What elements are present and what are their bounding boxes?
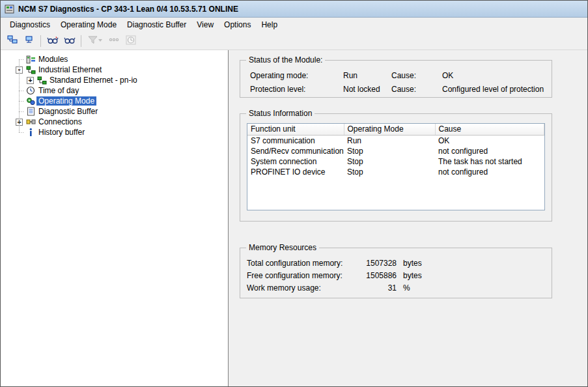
total-config-memory-label: Total configuration memory: (247, 259, 351, 268)
glasses-icon (64, 36, 76, 46)
toolbar-button-clock[interactable] (122, 34, 139, 48)
table-row[interactable]: S7 communication Run OK (247, 135, 544, 146)
toolbar-button-cyclic-update[interactable] (61, 34, 77, 48)
table-header-row: Function unit Operating Mode Cause (247, 124, 544, 135)
tree-item-label: Standard Ethernet - pn-io (48, 76, 139, 85)
tree-item-label: Connections (36, 117, 84, 126)
main-area: Modules - Industrial Ethernet (1, 50, 587, 386)
column-header-cause[interactable]: Cause (435, 124, 544, 135)
tree-item-label: Operating Mode (36, 96, 96, 106)
operating-mode-label: Operating mode: (250, 71, 343, 80)
toolbar-button-filter[interactable] (85, 34, 105, 48)
cause-label: Cause: (391, 71, 442, 80)
toolbar-button-network-nodes[interactable] (4, 34, 20, 48)
memory-resources-group: Memory Resources Total configuration mem… (240, 248, 552, 298)
network-nodes-icon (7, 35, 18, 46)
cell-cause: OK (435, 135, 544, 146)
operating-mode-value: Run (343, 71, 391, 80)
tree-item-standard-ethernet-pn-io[interactable]: + Standard Ethernet - pn-io (1, 75, 228, 85)
history-buffer-icon (25, 128, 36, 137)
total-config-memory-unit: bytes (397, 259, 546, 268)
application-window: NCM S7 Diagnostics - CP 343-1 Lean 0/4 1… (0, 0, 588, 387)
glasses-check-icon (47, 36, 59, 46)
work-memory-usage-unit: % (397, 283, 546, 293)
titlebar[interactable]: NCM S7 Diagnostics - CP 343-1 Lean 0/4 1… (1, 1, 587, 18)
cell-operating-mode: Stop (344, 156, 435, 167)
toolbar (1, 32, 587, 50)
table-row[interactable]: System connection Stop The task has not … (247, 156, 544, 167)
memory-resources-grid: Total configuration memory: 1507328 byte… (240, 248, 552, 298)
free-config-memory-unit: bytes (397, 271, 546, 280)
cell-function-unit: S7 communication (247, 135, 344, 146)
tree-item-label: History buffer (36, 128, 87, 137)
total-config-memory-value: 1507328 (351, 259, 397, 268)
expand-expander[interactable]: + (27, 77, 34, 84)
menu-options[interactable]: Options (219, 19, 256, 31)
free-config-memory-value: 1505886 (351, 271, 397, 280)
group-title: Status of the Module: (246, 55, 325, 64)
cell-operating-mode: Run (344, 135, 435, 146)
ethernet-node-icon (36, 76, 48, 85)
tree-guide-line (19, 59, 20, 132)
toolbar-button-update-view[interactable] (44, 34, 61, 48)
status-of-module-group: Status of the Module: Operating mode: Ru… (240, 60, 552, 98)
tree-item-label: Time of day (36, 86, 81, 95)
toolbar-separator (81, 35, 81, 47)
cell-cause: not configured (435, 167, 544, 177)
cell-cause: not configured (435, 146, 544, 156)
cell-cause: The task has not started (435, 156, 544, 167)
tree-connector: + (25, 75, 36, 85)
cause-label: Cause: (391, 85, 442, 94)
tree-item-industrial-ethernet[interactable]: - Industrial Ethernet (1, 64, 228, 75)
status-information-listview: Function unit Operating Mode Cause S7 co… (247, 123, 545, 210)
detail-pane: Status of the Module: Operating mode: Ru… (229, 50, 587, 386)
cell-operating-mode: Stop (344, 167, 435, 177)
operating-mode-icon (25, 97, 36, 106)
cause-value: OK (442, 71, 546, 80)
menu-help[interactable]: Help (256, 19, 283, 31)
toolbar-button-network-node[interactable] (21, 34, 37, 48)
table-row[interactable]: Send/Recv communication Stop not configu… (247, 146, 544, 156)
work-memory-usage-label: Work memory usage: (247, 283, 351, 293)
cell-operating-mode: Stop (344, 146, 435, 156)
cell-function-unit: Send/Recv communication (247, 146, 344, 156)
tree-item-modules[interactable]: Modules (1, 54, 228, 64)
work-memory-usage-value: 31 (351, 283, 397, 293)
connections-icon (25, 118, 36, 126)
protection-level-label: Protection level: (250, 85, 343, 94)
status-information-group: Status Information Function unit Operati… (240, 113, 552, 222)
cell-function-unit: System connection (247, 156, 344, 167)
group-title: Memory Resources (246, 243, 319, 252)
free-config-memory-label: Free configuration memory: (247, 271, 351, 280)
diagnostic-buffer-icon (25, 107, 36, 116)
app-icon (5, 4, 15, 14)
interval-dots-icon (109, 36, 119, 46)
tree-item-diagnostic-buffer[interactable]: Diagnostic Buffer (1, 106, 228, 117)
tree-item-operating-mode[interactable]: Operating Mode (1, 96, 228, 106)
clock-icon (25, 86, 36, 95)
tree-item-history-buffer[interactable]: History buffer (1, 127, 228, 137)
cause-value: Configured level of protection (442, 85, 546, 94)
module-status-grid: Operating mode: Run Cause: OK Protection… (240, 61, 552, 99)
tree-item-connections[interactable]: + Connections (1, 117, 228, 127)
table-row[interactable]: PROFINET IO device Stop not configured (247, 167, 544, 177)
column-header-function-unit[interactable]: Function unit (247, 124, 344, 135)
group-title: Status Information (246, 109, 315, 118)
modules-icon (25, 55, 36, 64)
menu-diagnostic-buffer[interactable]: Diagnostic Buffer (122, 19, 191, 31)
menu-diagnostics[interactable]: Diagnostics (5, 19, 55, 31)
cell-function-unit: PROFINET IO device (247, 167, 344, 177)
tree-item-time-of-day[interactable]: Time of day (1, 85, 228, 96)
menu-operating-mode[interactable]: Operating Mode (55, 19, 122, 31)
tree-item-label: Diagnostic Buffer (36, 107, 100, 116)
industrial-ethernet-icon (25, 66, 36, 74)
menu-view[interactable]: View (191, 19, 219, 31)
tree-item-label: Industrial Ethernet (36, 65, 104, 74)
toolbar-separator (40, 35, 41, 47)
protection-level-value: Not locked (343, 85, 391, 94)
clock-icon (126, 35, 136, 47)
column-header-operating-mode[interactable]: Operating Mode (344, 124, 435, 135)
toolbar-button-interval[interactable] (105, 34, 122, 48)
network-node-icon (24, 35, 35, 46)
tree-item-label: Modules (36, 55, 70, 64)
